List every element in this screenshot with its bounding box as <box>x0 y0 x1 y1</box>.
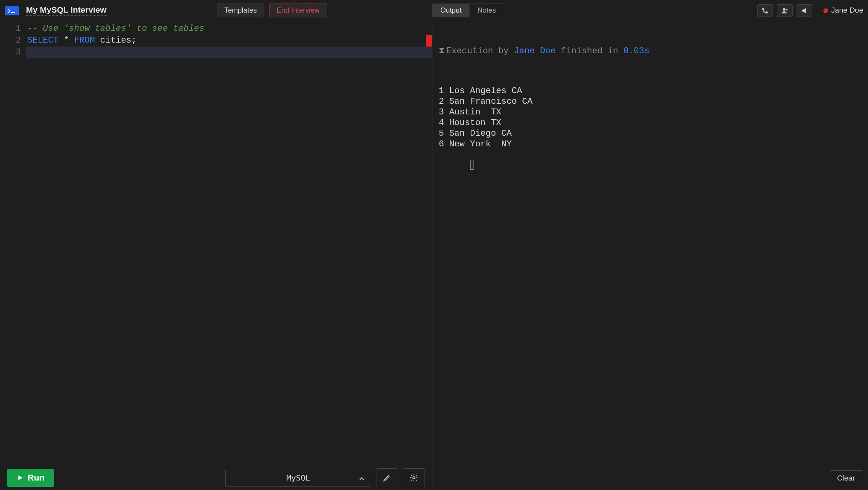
code-editor[interactable]: 123 -- Use 'show tables' to see tablesSE… <box>0 21 432 466</box>
app-logo[interactable] <box>5 6 19 15</box>
line-number: 3 <box>0 47 21 58</box>
svg-point-1 <box>783 8 785 11</box>
output-pane: ⧗Execution by Jane Doe finished in 0.03s… <box>432 21 868 490</box>
terminal-icon <box>7 8 16 13</box>
main-area: 123 -- Use 'show tables' to see tablesSE… <box>0 21 868 490</box>
user-indicator[interactable]: Jane Doe <box>823 6 863 15</box>
line-number: 1 <box>0 23 21 35</box>
output-cursor <box>470 161 474 170</box>
execution-status: ⧗Execution by Jane Doe finished in 0.03s <box>439 46 862 56</box>
editor-pane: 123 -- Use 'show tables' to see tablesSE… <box>0 21 432 490</box>
run-button[interactable]: Run <box>7 469 54 487</box>
announce-button[interactable] <box>797 4 812 17</box>
megaphone-icon <box>801 7 808 14</box>
hourglass-icon: ⧗ <box>439 46 445 56</box>
phone-icon <box>761 7 769 14</box>
svg-point-4 <box>413 477 415 479</box>
draw-button[interactable] <box>376 468 398 487</box>
end-interview-button[interactable]: End Interview <box>269 4 327 17</box>
templates-button[interactable]: Templates <box>217 4 264 17</box>
call-button[interactable] <box>757 4 773 17</box>
header-right: Jane Doe <box>757 4 863 17</box>
tab-notes[interactable]: Notes <box>470 4 504 17</box>
output-body[interactable]: ⧗Execution by Jane Doe finished in 0.03s… <box>432 21 868 466</box>
output-row: 2 San Francisco CA <box>439 96 862 107</box>
code-line[interactable]: -- Use 'show tables' to see tables <box>26 23 432 35</box>
header-bar: My MySQL Interview Templates End Intervi… <box>0 0 868 21</box>
run-label: Run <box>28 473 45 483</box>
output-row: 1 Los Angeles CA <box>439 86 862 96</box>
output-notes-tabs: Output Notes <box>432 4 504 17</box>
invite-button[interactable] <box>777 4 793 17</box>
clear-button[interactable]: Clear <box>829 470 863 486</box>
settings-button[interactable] <box>403 468 425 487</box>
line-gutter: 123 <box>0 23 26 466</box>
line-number: 2 <box>0 35 21 47</box>
language-label: MySQL <box>286 473 310 483</box>
output-rows: 1 Los Angeles CA2 San Francisco CA3 Aust… <box>439 86 862 150</box>
play-icon <box>17 474 24 481</box>
pencil-icon <box>383 473 391 482</box>
output-row: 6 New York NY <box>439 139 862 150</box>
caret-up-icon <box>359 473 365 483</box>
gear-icon <box>410 473 418 482</box>
code-lines[interactable]: -- Use 'show tables' to see tablesSELECT… <box>26 23 432 466</box>
code-line[interactable]: SELECT * FROM cities; <box>26 35 432 47</box>
remote-cursor-marker <box>426 35 432 47</box>
language-select[interactable]: MySQL <box>225 469 371 487</box>
interview-title[interactable]: My MySQL Interview <box>26 5 107 16</box>
user-plus-icon <box>781 7 788 14</box>
user-name-label: Jane Doe <box>831 6 863 15</box>
header-left-buttons: Templates End Interview <box>217 4 327 17</box>
output-footer: Clear <box>432 466 868 490</box>
tab-output[interactable]: Output <box>432 4 470 17</box>
output-row: 4 Houston TX <box>439 118 862 128</box>
output-row: 3 Austin TX <box>439 107 862 118</box>
active-line-highlight <box>26 47 432 58</box>
output-row: 5 San Diego CA <box>439 128 862 139</box>
editor-footer: Run MySQL <box>0 466 432 490</box>
status-dot-icon <box>823 8 828 13</box>
